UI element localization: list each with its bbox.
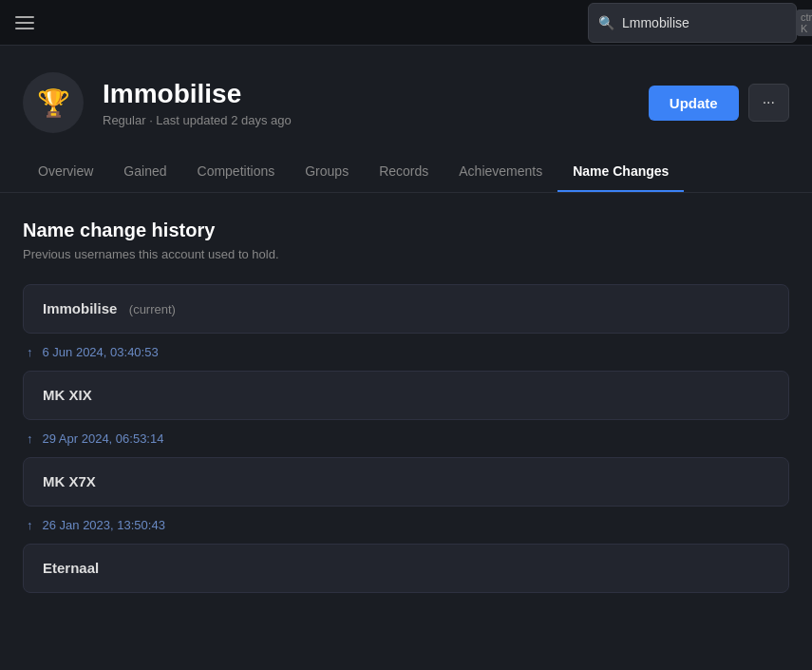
profile-left: 🏆 Immobilise Regular · Last updated 2 da… xyxy=(23,72,292,133)
tab-records[interactable]: Records xyxy=(364,152,444,192)
name-entry-2: MK X7X xyxy=(23,457,789,507)
search-shortcut: ctrl K xyxy=(796,10,812,36)
profile-meta: Regular · Last updated 2 days ago xyxy=(103,113,292,127)
timestamp-text-1: 6 Jun 2024, 03:40:53 xyxy=(43,345,159,359)
name-text-1: MK XIX xyxy=(43,387,92,403)
name-entry-current: Immobilise (current) xyxy=(23,284,789,334)
profile-section: 🏆 Immobilise Regular · Last updated 2 da… xyxy=(0,46,812,152)
profile-name: Immobilise xyxy=(103,78,292,110)
timestamp-row-3: ↑ 26 Jan 2023, 13:50:43 xyxy=(23,507,789,544)
search-input[interactable] xyxy=(622,15,788,30)
search-icon: 🔍 xyxy=(598,15,614,30)
name-entry-1: MK XIX xyxy=(23,371,789,420)
tab-groups[interactable]: Groups xyxy=(290,152,364,192)
section-title: Name change history xyxy=(23,220,789,241)
hamburger-menu[interactable] xyxy=(15,16,34,29)
current-badge: (current) xyxy=(129,302,176,316)
nav-tabs: Overview Gained Competitions Groups Reco… xyxy=(0,152,812,193)
arrow-up-icon-2: ↑ xyxy=(27,431,33,446)
tab-competitions[interactable]: Competitions xyxy=(182,152,291,192)
name-text-3: Eternaal xyxy=(43,560,99,576)
tab-overview[interactable]: Overview xyxy=(23,152,108,192)
name-text-current: Immobilise xyxy=(43,300,117,316)
main-content: Name change history Previous usernames t… xyxy=(0,193,812,620)
tab-name-changes[interactable]: Name Changes xyxy=(557,152,684,192)
arrow-up-icon-1: ↑ xyxy=(27,345,33,359)
timestamp-text-2: 29 Apr 2024, 06:53:14 xyxy=(43,431,164,446)
timestamp-text-3: 26 Jan 2023, 13:50:43 xyxy=(43,518,165,532)
tab-achievements[interactable]: Achievements xyxy=(444,152,557,192)
tab-gained[interactable]: Gained xyxy=(108,152,181,192)
profile-actions: Update ··· xyxy=(649,84,789,122)
update-button[interactable]: Update xyxy=(649,86,739,121)
timestamp-row-2: ↑ 29 Apr 2024, 06:53:14 xyxy=(23,420,789,457)
more-options-button[interactable]: ··· xyxy=(748,84,789,122)
name-text-2: MK X7X xyxy=(43,473,96,489)
search-bar[interactable]: 🔍 ctrl K xyxy=(588,3,797,43)
profile-info: Immobilise Regular · Last updated 2 days… xyxy=(103,78,292,128)
avatar: 🏆 xyxy=(23,72,84,133)
name-entry-3: Eternaal xyxy=(23,544,789,593)
timestamp-row-1: ↑ 6 Jun 2024, 03:40:53 xyxy=(23,334,789,371)
top-bar: 🔍 ctrl K xyxy=(0,0,812,46)
arrow-up-icon-3: ↑ xyxy=(27,518,33,532)
section-subtitle: Previous usernames this account used to … xyxy=(23,247,789,261)
trophy-icon: 🏆 xyxy=(37,87,70,119)
